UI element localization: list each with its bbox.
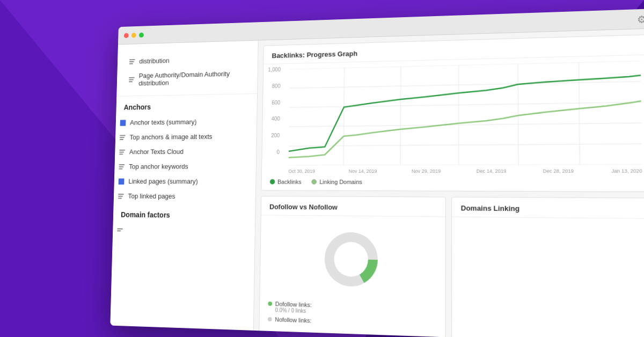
backlinks-chart — [289, 61, 642, 165]
y-axis: 1,000 800 600 400 200 0 — [262, 67, 281, 155]
lines-icon — [129, 58, 136, 65]
svg-line-1 — [290, 82, 641, 89]
sidebar-item-top-anchors[interactable]: Top anchors & image alt texts — [115, 129, 257, 145]
backlinks-dot — [270, 179, 275, 185]
dofollow-card-title: Dofollow vs Nofollow — [261, 196, 445, 217]
content-area: distribution Page Authority/Domain Autho… — [110, 28, 644, 337]
x-label-2: Nov 29, 2019 — [412, 169, 441, 174]
browser-window: ⚙ distribution — [110, 9, 644, 337]
domains-linking-card: Domains Linking — [451, 197, 644, 337]
nofollow-legend-item: Nofollow links: — [268, 316, 436, 328]
donut-chart-area — [260, 215, 445, 305]
lines-icon-2 — [128, 76, 135, 83]
gear-icon[interactable]: ⚙ — [637, 13, 644, 26]
section-title-domain-factors: Domain factors — [113, 203, 255, 224]
sidebar-item-pa-da-distribution[interactable]: Page Authority/Domain Authority distribu… — [125, 66, 250, 91]
bottom-cards-row: Dofollow vs Nofollow — [259, 196, 644, 337]
section-title-anchors: Anchors — [116, 94, 257, 115]
svg-line-6 — [343, 68, 345, 165]
main-content-area: Backlinks: Progress Graph 1,000 800 600 … — [254, 28, 644, 337]
progress-graph-card: Backlinks: Progress Graph 1,000 800 600 … — [261, 34, 644, 192]
sidebar-item-top-linked-pages[interactable]: Top linked pages — [114, 188, 256, 204]
donut-legend: Dofollow links: 0.0% / 0 links Nofollow … — [259, 300, 445, 337]
x-label-4: Dec 28, 2019 — [543, 169, 574, 174]
x-label-1: Nov 14, 2019 — [349, 169, 377, 174]
donut-chart-svg — [319, 226, 383, 292]
maximize-dot[interactable] — [139, 32, 144, 38]
svg-line-7 — [400, 67, 401, 165]
lines-icon-3 — [119, 134, 126, 141]
square-icon-2 — [118, 178, 125, 185]
browser-dots — [124, 32, 144, 38]
svg-line-4 — [289, 144, 642, 146]
domains-linking-title: Domains Linking — [452, 197, 644, 219]
nofollow-dot — [268, 317, 272, 321]
square-icon — [120, 119, 127, 126]
sidebar: distribution Page Authority/Domain Autho… — [110, 41, 258, 331]
sidebar-item-domain-factors-sub[interactable] — [113, 223, 255, 239]
close-dot[interactable] — [124, 33, 129, 38]
minimize-dot[interactable] — [131, 33, 136, 38]
graph-area: 1,000 800 600 400 200 0 — [262, 55, 644, 179]
sidebar-item-top-anchor-keywords[interactable]: Top anchor keywords — [114, 159, 256, 174]
svg-line-0 — [290, 61, 641, 69]
svg-line-3 — [289, 123, 642, 127]
sidebar-item-anchor-texts-summary[interactable]: Anchor texts (summary) — [115, 114, 257, 130]
x-label-5: Jan 13, 2020 — [611, 168, 642, 174]
sidebar-item-linked-pages-summary[interactable]: Linked pages (summary) — [114, 174, 255, 189]
dofollow-dot — [268, 302, 272, 306]
svg-line-2 — [289, 102, 641, 107]
lines-icon-6 — [118, 193, 125, 200]
lines-icon-5 — [118, 163, 125, 170]
x-label-3: Dec 14, 2019 — [477, 169, 507, 174]
chart-legend: Backlinks Linking Domains — [261, 179, 644, 192]
lines-icon-7 — [116, 226, 123, 233]
dofollow-card: Dofollow vs Nofollow — [259, 196, 446, 337]
sidebar-upper-items: distribution Page Authority/Domain Autho… — [116, 41, 258, 97]
legend-backlinks: Backlinks — [270, 179, 302, 185]
svg-line-10 — [579, 62, 580, 165]
legend-linking-domains: Linking Domains — [312, 179, 362, 185]
svg-line-5 — [289, 165, 642, 165]
x-label-0: Oct 30, 2019 — [288, 169, 315, 174]
lines-icon-4 — [119, 148, 126, 155]
sidebar-item-anchor-texts-cloud[interactable]: Anchor Texts Cloud — [115, 144, 257, 159]
svg-line-9 — [518, 64, 518, 165]
linking-domains-dot — [312, 179, 317, 185]
